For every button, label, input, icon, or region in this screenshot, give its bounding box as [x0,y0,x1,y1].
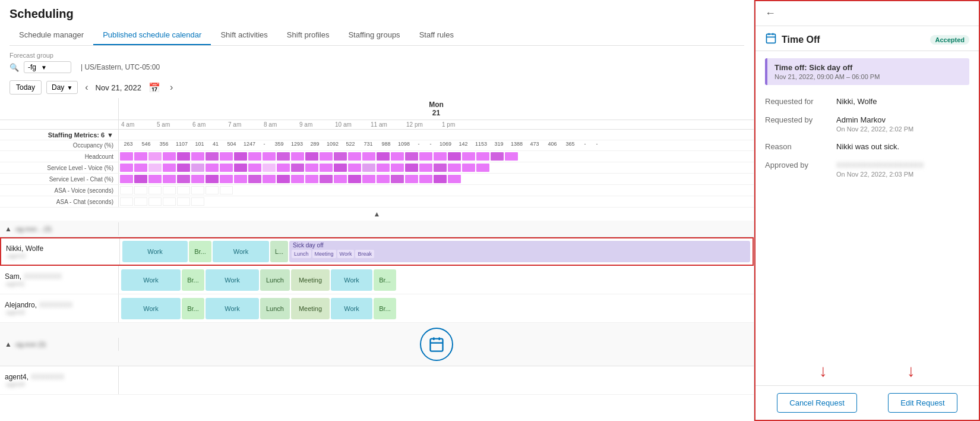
schedule-block-break1: Br... [189,241,211,262]
agent-id-nikki: -agent2 [6,253,115,259]
rp-header: ← [755,1,979,26]
tab-staffing-groups[interactable]: Staffing groups [339,26,409,45]
asa-voice-row: ASA - Voice (seconds) [0,185,754,196]
rp-title-text: Time Off [782,34,820,45]
headcount-row: Headcount [0,151,754,162]
time-11am: 11 am [368,120,404,129]
detail-reason: Reason Nikki was out sick. [765,142,969,151]
group-collapse-button-morning[interactable]: ▲ [5,225,12,233]
cal-toolbar: Today Day ▼ ‹ Nov 21, 2022 📅 › [0,77,754,98]
metrics-collapse-button[interactable]: ▲ [374,210,381,218]
nav-tabs: Schedule manager Published schedule cale… [10,26,744,46]
sam-work1: Work [121,269,181,291]
cancel-request-button[interactable]: Cancel Request [777,393,857,413]
sam-break2: Br... [374,269,396,291]
occupancy-label: Occupancy (%) [73,142,113,149]
group-collapse-button-evening[interactable]: ▲ [5,340,12,348]
detail-value-requested-by: Admin Markov [836,115,913,124]
occupancy-row: Occupancy (%) 263 546 356 1107 101 41 50… [0,140,754,151]
sam-work3: Work [331,269,372,291]
alejandro-work3: Work [331,298,372,319]
metrics-data [119,130,754,140]
alejandro-work1: Work [121,298,181,319]
today-button[interactable]: Today [10,80,42,95]
agent-id-sam: -agent1 [5,281,113,287]
occupancy-data: 263 546 356 1107 101 41 504 1247 - 359 1… [119,140,754,150]
rp-event-time: Nov 21, 2022, 09:00 AM – 06:00 PM [774,73,962,80]
asa-voice-label: ASA - Voice (seconds) [55,187,114,194]
asa-voice-data [119,185,754,196]
search-icon: 🔍 [10,63,19,72]
calendar-center-icon[interactable] [420,328,453,361]
agent-schedule-nikki: Work Br... Work L... Sick day off Lunch … [120,238,753,265]
slc-label: Service Level - Chat (%) [49,176,113,183]
agent-id-alejandro: -agent3 [5,309,113,316]
asa-chat-row: ASA - Chat (seconds) [0,196,754,208]
svg-rect-4 [767,34,776,43]
detail-sub-requested-by: On Nov 22, 2022, 2:02 PM [836,125,913,133]
calendar-icon-button[interactable]: 📅 [146,82,163,93]
schedule-block-work1: Work [122,241,188,262]
rp-arrows-row: ↓ ↓ [755,357,979,385]
schedule-block-sick: Sick day off Lunch Meeting Work Break [289,241,750,262]
rp-back-button[interactable]: ← [765,7,776,20]
service-level-chat-row: Service Level - Chat (%) [0,174,754,185]
tab-staff-rules[interactable]: Staff rules [410,26,463,45]
red-arrow-left: ↓ [819,362,827,381]
agent-name-sam-blurred: XXXXXXXX [24,272,62,281]
detail-value-requested-for: Nikki, Wolfe [836,97,877,106]
rp-actions: Cancel Request Edit Request [755,385,979,420]
time-8am: 8 am [261,120,297,129]
agent-row-sam[interactable]: Sam, XXXXXXXX -agent1 Work Br... Work Lu… [0,266,754,294]
agent-name-agent4: agent4, [5,373,29,381]
edit-request-button[interactable]: Edit Request [888,393,957,413]
sam-break1: Br... [182,269,204,291]
tab-schedule-manager[interactable]: Schedule manager [10,26,93,45]
tab-published-schedule-calendar[interactable]: Published schedule calendar [93,26,211,45]
nav-next-button[interactable]: › [167,82,175,93]
detail-requested-for: Requested for Nikki, Wolfe [765,97,969,106]
agent-schedule-alejandro: Work Br... Work Lunch Meeting Work Br... [119,294,754,322]
time-10am: 10 am [333,120,368,129]
tab-shift-profiles[interactable]: Shift profiles [277,26,339,45]
agent-schedule-sam: Work Br... Work Lunch Meeting Work Br... [119,266,754,294]
app-header: Scheduling Schedule manager Published sc… [0,0,754,48]
detail-label-requested-for: Requested for [765,97,836,106]
group-header-sg-morning: ▲ -sg-mor... (3) [0,221,754,237]
cal-date-label: Nov 21, 2022 [96,83,141,92]
service-level-voice-row: Service Level - Voice (%) [0,162,754,174]
staffing-metrics-label: Staffing Metrics: 6 [48,131,105,139]
detail-label-requested-by: Requested by [765,115,836,133]
view-chevron-icon: ▼ [67,84,72,91]
rp-details: Requested for Nikki, Wolfe Requested by … [755,92,979,357]
metrics-chevron-icon[interactable]: ▼ [107,131,113,139]
view-select[interactable]: Day ▼ [46,81,78,94]
detail-label-approved-by: Approved by [765,161,836,178]
group-header-sg-evening: ▲ -sg-eve (3) [0,323,754,366]
time-4am: 4 am [119,120,154,129]
agent-name-sam: Sam, [5,272,21,281]
view-label: Day [52,83,64,92]
group-label-evening: -sg-eve (3) [14,341,46,348]
metrics-collapse-row: ▲ [0,208,754,221]
sick-sub-break: Break [355,250,374,258]
agent-row-nikki[interactable]: Nikki, Wolfe -agent2 Work Br... Work L..… [0,237,754,266]
rp-event-title: Time off: Sick day off [774,63,962,72]
agent-name-nikki: Nikki, Wolfe [6,244,115,253]
tab-shift-activities[interactable]: Shift activities [211,26,277,45]
forecast-group-select[interactable]: -fg ▼ [24,61,71,73]
nav-prev-button[interactable]: ‹ [83,82,90,93]
agent-id-agent4: -agent4 [5,381,113,388]
alejandro-break2: Br... [374,298,396,319]
right-panel: ← Time Off Accepted Time off: Sick day o… [754,0,980,421]
agent-row-alejandro[interactable]: Alejandro, XXXXXXX -agent3 Work Br... Wo… [0,294,754,323]
status-badge: Accepted [930,35,969,45]
time-5am: 5 am [154,120,190,129]
detail-approved-by: Approved by XXXXXXXXXXXXXXXXX On Nov 22,… [765,161,969,178]
timezone-label: | US/Eastern, UTC-05:00 [81,63,160,71]
sick-sub-work: Work [337,250,355,258]
agent-row-agent4[interactable]: agent4, XXXXXXX -agent4 [0,366,754,395]
time-9am: 9 am [297,120,333,129]
rp-title-row: Time Off Accepted [755,26,979,51]
sick-sub-lunch: Lunch [292,250,311,258]
